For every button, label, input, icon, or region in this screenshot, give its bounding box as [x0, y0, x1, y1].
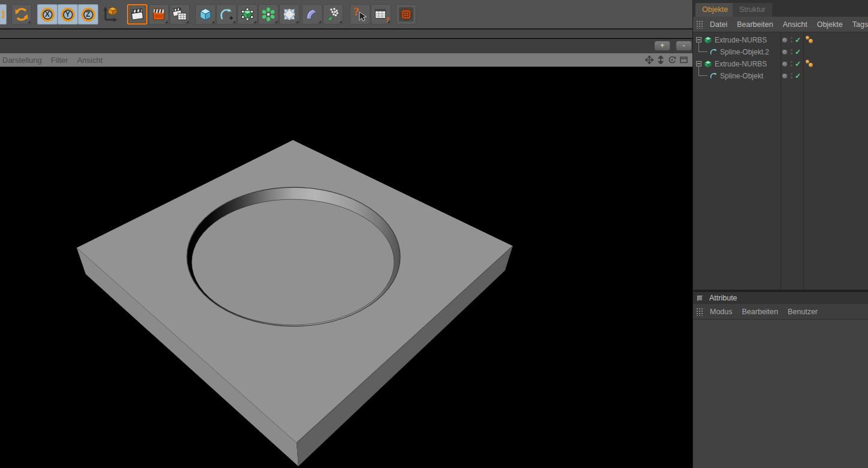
menu-objekte[interactable]: Objekte [817, 20, 843, 29]
object-label[interactable]: Extrude-NURBS [715, 34, 767, 46]
object-label[interactable]: Extrude-NURBS [715, 58, 767, 70]
phong-tag-icon[interactable] [806, 60, 814, 68]
enabled-check[interactable]: ✓ [795, 58, 803, 70]
view-zoom-out-button[interactable]: - [676, 41, 692, 51]
globe-icon [398, 6, 415, 23]
flyout-corner [339, 20, 342, 23]
grip-handle[interactable] [696, 20, 704, 29]
tab-objekte[interactable]: Objekte [695, 3, 734, 17]
online-help-button[interactable] [396, 4, 416, 25]
tree-connector [698, 42, 707, 52]
add-spline-button[interactable] [216, 4, 237, 25]
enabled-check[interactable]: ✓ [795, 46, 803, 58]
add-nurbs-generator-button[interactable] [237, 4, 258, 25]
spline-object-icon [709, 48, 718, 56]
flyout-corner [186, 20, 189, 23]
add-primitive-button[interactable] [195, 4, 216, 25]
spline-object-icon [709, 72, 718, 80]
add-particles-button[interactable] [323, 4, 343, 25]
menu-ansicht[interactable]: Ansicht [77, 56, 103, 65]
attribute-manager-titlebar: Attribute [693, 292, 868, 304]
flyout-corner [232, 20, 235, 23]
coordinate-system-button[interactable] [99, 4, 120, 25]
flyout-corner [165, 20, 168, 23]
tree-row-spline-objekt-2[interactable]: Spline-Objekt.2 ✓ [693, 46, 868, 58]
panel-icon [697, 296, 703, 301]
attribute-body [693, 320, 868, 468]
z-axis-icon: Z [81, 8, 95, 22]
tree-row-extrude-nurbs-1[interactable]: Extrude-NURBS ✓ [693, 34, 868, 46]
tree-connector [698, 66, 707, 76]
maximize-view-icon[interactable] [679, 56, 688, 64]
flyout-corner [318, 20, 321, 23]
lock-z-axis-button[interactable]: Z [78, 4, 98, 25]
expand-toggle[interactable] [696, 61, 701, 66]
add-modeling-object-button[interactable] [258, 4, 279, 25]
menu-modus[interactable]: Modus [710, 308, 733, 316]
flyout-corner [274, 20, 277, 23]
tree-row-extrude-nurbs-2[interactable]: Extrude-NURBS ✓ [693, 58, 868, 70]
expand-toggle[interactable] [696, 37, 701, 42]
menu-tags[interactable]: Tags [852, 20, 868, 29]
layer-dot[interactable] [782, 38, 787, 42]
flyout-corner [295, 20, 298, 23]
right-panel: Objekte Struktur Datei Bearbeiten Ansich… [692, 0, 868, 468]
attribute-menubar: Modus Bearbeiten Benutzer [693, 304, 868, 320]
clapperboard-icon [129, 7, 145, 22]
render-picture-viewer-button[interactable] [149, 4, 169, 25]
flyout-corner [387, 20, 390, 23]
main-toolbar: X Y Z [0, 0, 693, 29]
help-button[interactable]: ? [350, 4, 370, 25]
layer-dot[interactable] [782, 74, 787, 78]
menu-datei[interactable]: Datei [710, 20, 727, 29]
menu-bearbeiten[interactable]: Bearbeiten [742, 308, 778, 316]
partial-tool-button[interactable] [0, 4, 7, 25]
rotate-tool-button[interactable] [11, 4, 32, 25]
scene-canvas [0, 67, 693, 468]
viewport-3d[interactable] [0, 67, 693, 468]
y-axis-icon: Y [61, 8, 75, 22]
x-axis-icon: X [41, 8, 55, 22]
axis-cube-icon [101, 5, 119, 23]
lock-y-axis-button[interactable]: Y [58, 4, 78, 25]
enabled-check[interactable]: ✓ [795, 70, 803, 82]
question-mark-icon: ? [353, 5, 359, 19]
view-zoom-in-button[interactable]: + [654, 41, 670, 51]
render-view-button[interactable] [127, 4, 147, 25]
lock-x-axis-button[interactable]: X [37, 4, 58, 25]
zoom-view-icon[interactable] [657, 56, 665, 64]
manager-tabbar: Objekte Struktur [693, 0, 868, 17]
layer-dot[interactable] [782, 62, 787, 66]
object-label[interactable]: Spline-Objekt [720, 70, 763, 82]
layer-dot[interactable] [782, 50, 787, 54]
object-manager-menubar: Datei Bearbeiten Ansicht Objekte Tags [693, 17, 868, 32]
flyout-corner [253, 20, 256, 23]
menu-ansicht[interactable]: Ansicht [783, 20, 807, 29]
object-tree: Extrude-NURBS ✓ Spline-Objekt.2 ✓ [693, 32, 868, 290]
tree-row-spline-objekt[interactable]: Spline-Objekt ✓ [693, 70, 868, 82]
menu-darstellung[interactable]: Darstellung [2, 56, 42, 65]
menu-benutzer[interactable]: Benutzer [788, 308, 818, 316]
render-settings-button[interactable] [170, 4, 190, 25]
flyout-corner [28, 20, 31, 23]
object-label[interactable]: Spline-Objekt.2 [720, 46, 769, 58]
add-scene-object-button[interactable] [302, 4, 322, 25]
pan-view-icon[interactable] [645, 56, 654, 64]
attribute-title: Attribute [709, 294, 737, 302]
phong-tag-icon[interactable] [806, 36, 814, 44]
recess-floor [192, 199, 394, 325]
viewport-menubar: Darstellung Filter Ansicht [0, 53, 693, 67]
menu-filter[interactable]: Filter [51, 56, 68, 65]
flyout-corner [211, 20, 214, 23]
menu-bearbeiten[interactable]: Bearbeiten [737, 20, 773, 29]
toolbar-lower-band [0, 29, 693, 38]
viewport-top-strip: + - [0, 39, 693, 53]
add-deformer-button[interactable] [279, 4, 300, 25]
enabled-check[interactable]: ✓ [795, 34, 803, 46]
rotate-view-icon[interactable] [668, 56, 676, 64]
tab-struktur[interactable]: Struktur [733, 3, 772, 17]
grip-handle[interactable] [696, 308, 704, 316]
partial-rotate-icon [0, 7, 4, 22]
command-help-button[interactable]: ? [371, 4, 391, 25]
